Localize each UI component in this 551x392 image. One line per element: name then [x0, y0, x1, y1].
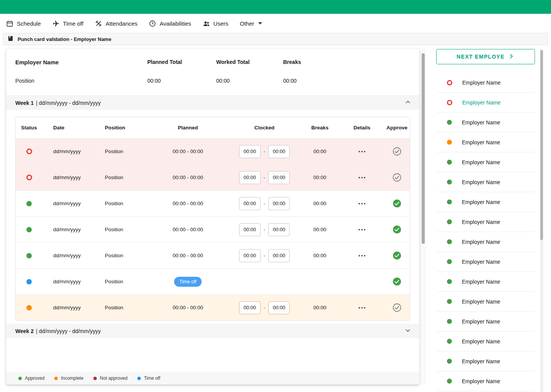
check-circle-filled-icon	[393, 225, 401, 234]
week-1-range: | dd/mm/yyyy - dd/mm/yyyy	[36, 100, 101, 106]
page-scrollbar	[540, 49, 543, 392]
details-button[interactable]	[356, 149, 368, 155]
clock-out-input[interactable]	[268, 145, 290, 158]
approve-button[interactable]	[393, 225, 401, 234]
details-button[interactable]	[356, 305, 368, 311]
clock-in-input[interactable]	[239, 171, 261, 184]
employee-list: Employer Name Employer Name Employer Nam…	[436, 73, 535, 391]
airplane-icon	[52, 20, 60, 27]
employee-list-item[interactable]: Employer Name	[436, 332, 535, 351]
details-button[interactable]	[356, 201, 368, 207]
shift-position: Position	[94, 253, 148, 258]
week-1-header[interactable]: Week 1 | dd/mm/yyyy - dd/mm/yyyy	[6, 96, 419, 110]
check-circle-outline-icon	[393, 303, 401, 312]
employee-list-item[interactable]: Employer Name	[436, 371, 535, 391]
details-button[interactable]	[356, 227, 368, 233]
week-2-header[interactable]: Week 2 | dd/mm/yyyy - dd/mm/yyyy	[6, 324, 419, 338]
time-off-badge: Time off	[174, 277, 202, 287]
details-button[interactable]	[356, 175, 368, 181]
approve-button[interactable]	[393, 251, 401, 260]
shift-position: Position	[94, 305, 148, 310]
employee-list-item[interactable]: Employer Name	[436, 312, 535, 332]
clock-in-input[interactable]	[239, 301, 261, 314]
nav-item-availabilities[interactable]: Availabilities	[149, 20, 191, 27]
nav-item-schedule[interactable]: Schedule	[6, 20, 41, 27]
table-header-row: Status Date Position Planned Clocked Bre…	[16, 117, 410, 138]
collapse-week-1-button[interactable]	[404, 98, 412, 107]
approved-dot	[18, 377, 22, 380]
employee-list-item[interactable]: Employer Name	[436, 132, 535, 152]
time-range-separator: -	[264, 149, 266, 154]
employee-list-item[interactable]: Employer Name	[436, 252, 535, 272]
planned-total-label: Planned Total	[147, 59, 216, 65]
table-row: dd/mm/yyyy Position 00:00 - 00:00 - 00:0…	[16, 294, 410, 320]
status-approved-dot	[26, 201, 32, 206]
employee-list-item[interactable]: Employer Name	[436, 212, 535, 232]
employee-list-item[interactable]: Employer Name	[436, 272, 535, 292]
status-time-off-dot	[26, 279, 32, 284]
employee-name: Employer Name	[462, 299, 500, 305]
clock-out-input[interactable]	[268, 301, 290, 314]
expand-week-2-button[interactable]	[404, 327, 412, 335]
nav-item-other[interactable]: Other	[240, 20, 262, 27]
employee-sidebar: NEXT EMPLOYE Employer Name Employer Name…	[436, 49, 535, 391]
status-approved-dot	[26, 227, 32, 232]
punch-card-icon	[7, 35, 14, 43]
next-employee-button[interactable]: NEXT EMPLOYE	[436, 49, 535, 64]
time-off-dot	[137, 377, 141, 380]
clock-in-input[interactable]	[239, 145, 261, 158]
employee-list-item[interactable]: Employer Name	[436, 292, 535, 312]
table-row: dd/mm/yyyy Position 00:00 - 00:00 - 00:0…	[16, 138, 410, 164]
approve-button[interactable]	[393, 147, 401, 156]
clock-in-input[interactable]	[239, 249, 261, 262]
page-scrollbar-thumb[interactable]	[540, 50, 543, 240]
approve-button[interactable]	[393, 173, 401, 182]
main-nav: Schedule Time off Attendances Availabili…	[0, 14, 551, 33]
employee-list-item-selected[interactable]: Employer Name	[436, 93, 535, 113]
clock-out-input[interactable]	[268, 171, 290, 184]
check-circle-filled-icon	[393, 277, 401, 286]
page: Schedule Time off Attendances Availabili…	[0, 0, 551, 392]
status-approved-dot	[447, 120, 452, 125]
legend-incomplete: Incomplete	[54, 376, 83, 381]
inner-scrollbar-thumb[interactable]	[422, 53, 425, 244]
approve-button[interactable]	[393, 277, 401, 286]
employee-list-item[interactable]: Employer Name	[436, 351, 535, 371]
clock-out-input[interactable]	[268, 249, 290, 262]
employee-list-item[interactable]: Employer Name	[436, 232, 535, 252]
status-not-approved-dot	[26, 175, 32, 180]
status-approved-dot	[447, 259, 452, 264]
col-position: Position	[94, 125, 148, 131]
nav-item-time-off[interactable]: Time off	[52, 20, 83, 27]
col-approve: Approve	[385, 125, 409, 131]
nav-item-users[interactable]: Users	[203, 20, 228, 27]
employee-list-item[interactable]: Employer Name	[436, 152, 535, 172]
clock-in-input[interactable]	[239, 197, 261, 210]
employee-name: Employer Name	[462, 378, 500, 384]
employee-list-item[interactable]: Employer Name	[436, 192, 535, 212]
employee-name: Employer Name	[462, 219, 500, 225]
approve-button[interactable]	[393, 199, 401, 208]
nav-item-attendances[interactable]: Attendances	[95, 20, 137, 27]
details-button[interactable]	[356, 253, 368, 259]
status-incomplete-dot	[26, 305, 32, 310]
clock-in-input[interactable]	[239, 223, 261, 236]
employee-list-item[interactable]: Employer Name	[436, 113, 535, 132]
status-approved-dot	[447, 279, 452, 284]
employee-name: Employer Name	[462, 179, 500, 185]
status-approved-dot	[447, 160, 452, 165]
status-approved-dot	[447, 359, 452, 364]
approve-button[interactable]	[393, 303, 401, 312]
clock-out-input[interactable]	[268, 223, 290, 236]
employee-name: Employer Name	[462, 199, 500, 205]
nav-label: Availabilities	[160, 20, 191, 27]
clock-out-input[interactable]	[268, 197, 290, 210]
status-legend: Approved Incomplete Not approved Time of…	[6, 372, 419, 385]
planned-time: 00:00 - 00:00	[148, 305, 228, 310]
legend-time-off: Time off	[137, 376, 160, 381]
status-not-approved-dot	[26, 149, 32, 154]
employee-name: Employer Name	[462, 239, 500, 245]
employee-list-item[interactable]: Employer Name	[436, 73, 535, 93]
status-not-approved-dot	[447, 100, 452, 105]
employee-list-item[interactable]: Employer Name	[436, 172, 535, 192]
